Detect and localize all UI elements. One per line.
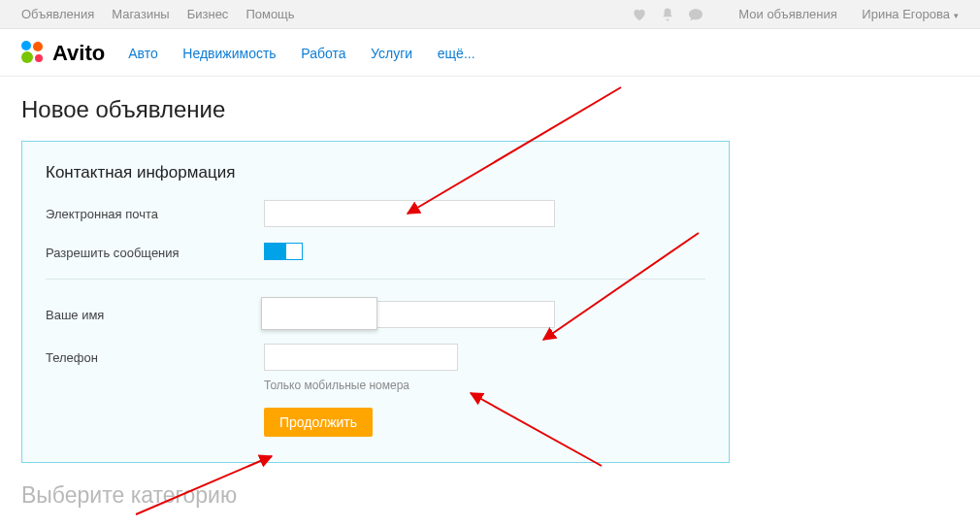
messages-icon[interactable]: [688, 8, 703, 21]
topnav-ads[interactable]: Объявления: [21, 7, 94, 21]
section-title: Контактная информация: [46, 163, 705, 182]
cat-auto[interactable]: Авто: [128, 46, 158, 61]
header: Avito Авто Недвижимость Работа Услуги ещ…: [0, 29, 980, 77]
allow-messages-label: Разрешить сообщения: [46, 246, 264, 260]
notifications-icon[interactable]: [661, 7, 674, 22]
topnav-my-ads[interactable]: Мои объявления: [738, 7, 836, 21]
topbar: Объявления Магазины Бизнес Помощь Мои об…: [0, 0, 980, 29]
topnav-shops[interactable]: Магазины: [112, 7, 170, 21]
phone-input[interactable]: [264, 344, 458, 371]
allow-messages-toggle[interactable]: [264, 243, 303, 260]
topnav-business[interactable]: Бизнес: [187, 7, 229, 21]
divider: [46, 279, 705, 280]
logo-icon: [21, 41, 47, 66]
name-label: Ваше имя: [46, 308, 264, 322]
chevron-down-icon: ▾: [954, 11, 959, 20]
logo-text: Avito: [52, 41, 105, 66]
choose-category-title: Выберите категорию: [0, 463, 980, 509]
cat-more[interactable]: ещё...: [438, 46, 475, 61]
logo[interactable]: Avito: [21, 41, 105, 66]
phone-hint: Только мобильные номера: [264, 379, 705, 392]
favorites-icon[interactable]: [632, 8, 647, 21]
continue-button[interactable]: Продолжить: [264, 408, 373, 437]
topnav-help[interactable]: Помощь: [245, 7, 294, 21]
cat-services[interactable]: Услуги: [371, 46, 412, 61]
cat-jobs[interactable]: Работа: [301, 46, 345, 61]
email-input[interactable]: [264, 200, 555, 227]
contact-info-panel: Контактная информация Электронная почта …: [21, 141, 730, 463]
email-label: Электронная почта: [46, 207, 264, 221]
cat-realty[interactable]: Недвижимость: [182, 46, 276, 61]
topnav-user[interactable]: Ирина Егорова▾: [862, 7, 959, 21]
page-title: Новое объявление: [0, 77, 980, 141]
phone-label: Телефон: [46, 350, 264, 365]
occluder: [261, 297, 377, 330]
